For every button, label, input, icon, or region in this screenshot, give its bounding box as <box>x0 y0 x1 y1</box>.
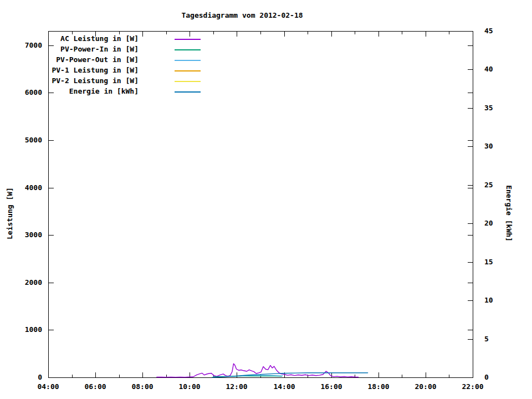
legend-line-sample-2 <box>175 60 201 61</box>
y-right-tick-label: 15 <box>484 258 518 266</box>
legend-label-2: PV-Power-Out in [W] <box>0 56 139 64</box>
x-tick-label: 04:00 <box>32 383 65 391</box>
x-tick-label: 16:00 <box>315 383 348 391</box>
x-tick-label: 08:00 <box>126 383 159 391</box>
y-right-tick-label: 40 <box>484 65 518 73</box>
x-tick-label: 20:00 <box>409 383 442 391</box>
legend-line-sample-1 <box>175 49 201 50</box>
legend-label-1: PV-Power-In in [W] <box>0 45 139 53</box>
y-left-tick-label: 2000 <box>0 279 42 287</box>
y-right-tick-label: 25 <box>484 181 518 189</box>
y-left-tick-label: 5000 <box>0 136 42 144</box>
x-tick-label: 22:00 <box>456 383 489 391</box>
y-right-tick-label: 45 <box>484 27 518 35</box>
legend-line-sample-3 <box>175 70 201 71</box>
y-left-tick-label: 3000 <box>0 231 42 239</box>
y-right-tick-label: 30 <box>484 142 518 150</box>
legend-line-sample-5 <box>175 91 201 93</box>
legend-label-0: AC Leistung in [W] <box>0 35 139 43</box>
y-right-tick-label: 0 <box>484 374 518 381</box>
legend-line-sample-4 <box>175 81 201 82</box>
legend-label-5: Energie in [kWh] <box>0 88 139 95</box>
x-tick-label: 18:00 <box>362 383 395 391</box>
y-right-tick-label: 10 <box>484 296 518 304</box>
legend-label-3: PV-1 Leistung in [W] <box>0 66 139 74</box>
y-right-tick-label: 20 <box>484 219 518 227</box>
legend-line-sample-0 <box>175 39 201 40</box>
y-left-tick-label: 0 <box>0 374 42 381</box>
y-left-tick-label: 4000 <box>0 184 42 192</box>
x-tick-label: 12:00 <box>220 383 253 391</box>
x-tick-label: 06:00 <box>79 383 112 391</box>
chart-canvas: Tagesdiagramm vom 2012-02-18 Leistung [W… <box>0 0 532 399</box>
y-right-tick-label: 35 <box>484 104 518 112</box>
x-tick-label: 10:00 <box>173 383 206 391</box>
y-left-tick-label: 1000 <box>0 326 42 334</box>
legend-label-4: PV-2 Leistung in [W] <box>0 77 139 85</box>
x-tick-label: 14:00 <box>268 383 301 391</box>
y-right-tick-label: 5 <box>484 335 518 343</box>
